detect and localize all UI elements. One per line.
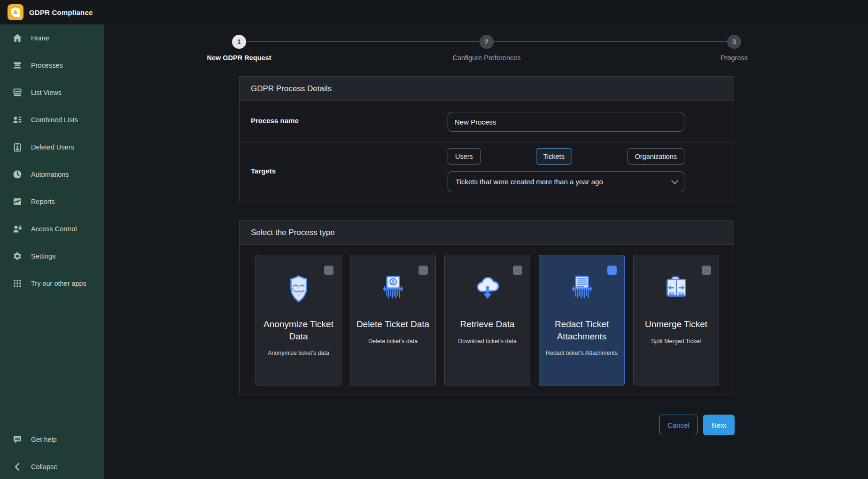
sidebar-item-reports[interactable]: Reports xyxy=(0,188,104,215)
panel-header: Select the Process type xyxy=(240,220,734,245)
anonymize-mask-icon xyxy=(282,272,316,306)
next-button[interactable]: Next xyxy=(703,415,735,435)
sidebar-item-deleted-users[interactable]: Deleted Users xyxy=(0,133,104,161)
shredder-avatar-icon xyxy=(376,272,410,306)
sidebar-item-label: Try our other apps xyxy=(31,280,86,287)
sidebar-item-label: Settings xyxy=(31,252,55,260)
sidebar: Home Processes List Views xyxy=(0,24,104,479)
wizard-stepper: 1 New GDPR Request 2 Configure Preferenc… xyxy=(239,35,734,72)
panel-title: GDPR Process Details xyxy=(251,84,332,94)
checkbox-unchecked[interactable] xyxy=(418,266,428,275)
sidebar-item-label: Processes xyxy=(31,62,63,69)
process-type-panel: Select the Process type Anonymize Ticket… xyxy=(239,220,734,394)
step-number: 2 xyxy=(480,35,494,49)
checkbox-unchecked[interactable] xyxy=(324,266,333,275)
top-bar: GDPR Compliance xyxy=(0,0,868,24)
apps-grid-icon xyxy=(12,278,23,289)
deleted-users-icon xyxy=(12,142,23,152)
unmerge-ticket-icon xyxy=(659,272,693,306)
sidebar-item-home[interactable]: Home xyxy=(0,24,104,52)
card-description: Redact ticket's Attachments xyxy=(540,349,623,357)
sidebar-item-label: Home xyxy=(31,34,49,42)
sidebar-item-automations[interactable]: Automations xyxy=(0,161,104,188)
sidebar-item-processes[interactable]: Processes xyxy=(0,52,104,79)
sidebar-footer: Get help Collapse xyxy=(0,426,104,479)
wizard-actions: Cancel Next xyxy=(659,415,735,435)
app-logo-shield-icon xyxy=(8,4,23,20)
sidebar-item-list-views[interactable]: List Views xyxy=(0,79,104,106)
access-control-icon xyxy=(12,224,23,234)
home-icon xyxy=(12,33,23,43)
card-description: Split Merged Ticket xyxy=(645,337,706,346)
processes-icon xyxy=(12,60,23,71)
card-unmerge-ticket[interactable]: Unmerge Ticket Split Merged Ticket xyxy=(633,255,719,385)
targets-label: Targets xyxy=(251,167,276,175)
checkbox-unchecked[interactable] xyxy=(513,266,522,275)
sidebar-item-label: Automations xyxy=(31,171,69,178)
sidebar-item-label: Reports xyxy=(31,198,55,205)
card-title: Unmerge Ticket xyxy=(640,318,712,330)
step-label: Progress xyxy=(682,54,786,62)
card-title: Retrieve Data xyxy=(455,318,519,330)
list-views-icon xyxy=(12,87,23,98)
card-redact-ticket-attachments[interactable]: Redact Ticket Attachments Redact ticket'… xyxy=(539,255,625,385)
cancel-button[interactable]: Cancel xyxy=(659,415,698,435)
target-users-button[interactable]: Users xyxy=(448,148,480,165)
checkbox-checked[interactable] xyxy=(607,266,617,275)
step-label: New GDPR Request xyxy=(187,54,291,62)
checkbox-unchecked[interactable] xyxy=(702,266,711,275)
chevron-left-icon xyxy=(12,462,23,472)
sidebar-item-label: Get help xyxy=(31,436,57,443)
clock-icon xyxy=(12,169,23,180)
card-title: Redact Ticket Attachments xyxy=(539,318,624,342)
card-description: Anonymize ticket's data xyxy=(262,349,335,357)
gear-icon xyxy=(12,251,23,261)
step-number: 1 xyxy=(232,35,246,49)
card-description: Download ticket's data xyxy=(452,337,522,346)
target-buttons: Users Tickets Organizations xyxy=(448,148,684,165)
card-anonymize-ticket-data[interactable]: Anonymize Ticket Data Anonymize ticket's… xyxy=(256,255,341,385)
target-filter-value: Tickets that were created more than a ye… xyxy=(456,178,671,186)
panel-header: GDPR Process Details xyxy=(240,77,734,101)
step-number: 3 xyxy=(727,35,741,49)
sidebar-item-label: Access Control xyxy=(31,225,77,233)
sidebar-item-label: List Views xyxy=(31,89,62,96)
card-retrieve-data[interactable]: Retrieve Data Download ticket's data xyxy=(444,255,530,385)
step-configure-preferences[interactable]: 2 Configure Preferences xyxy=(435,35,538,62)
shredder-document-icon xyxy=(565,272,599,306)
reports-icon xyxy=(12,196,23,207)
targets-row: Targets Users Tickets Organizations Tick… xyxy=(240,142,734,202)
sidebar-item-other-apps[interactable]: Try our other apps xyxy=(0,270,104,297)
combined-lists-icon xyxy=(12,115,23,125)
gdpr-process-details-panel: GDPR Process Details Process name Target… xyxy=(239,76,734,202)
target-tickets-button[interactable]: Tickets xyxy=(536,148,572,165)
chat-icon xyxy=(12,434,23,445)
sidebar-item-access-control[interactable]: Access Control xyxy=(0,215,104,243)
step-new-gdpr-request[interactable]: 1 New GDPR Request xyxy=(187,35,291,62)
cloud-download-icon xyxy=(471,272,504,306)
target-organizations-button[interactable]: Organizations xyxy=(628,148,684,165)
panel-title: Select the Process type xyxy=(251,228,335,237)
main-content: 1 New GDPR Request 2 Configure Preferenc… xyxy=(104,24,868,479)
process-type-cards: Anonymize Ticket Data Anonymize ticket's… xyxy=(256,255,719,385)
card-title: Anonymize Ticket Data xyxy=(256,318,341,342)
card-delete-ticket-data[interactable]: Delete Ticket Data Delete ticket's data xyxy=(350,255,436,385)
process-name-label: Process name xyxy=(251,117,299,125)
sidebar-item-label: Combined Lists xyxy=(31,116,78,124)
sidebar-item-label: Deleted Users xyxy=(31,143,74,151)
step-progress[interactable]: 3 Progress xyxy=(682,35,786,62)
card-title: Delete Ticket Data xyxy=(352,318,434,330)
card-description: Delete ticket's data xyxy=(363,337,423,346)
chevron-down-icon xyxy=(671,177,679,185)
process-name-row: Process name xyxy=(240,101,734,142)
sidebar-item-combined-lists[interactable]: Combined Lists xyxy=(0,106,104,133)
process-name-input[interactable] xyxy=(448,112,684,132)
sidebar-item-settings[interactable]: Settings xyxy=(0,243,104,270)
app-title: GDPR Compliance xyxy=(29,8,93,16)
target-filter-select[interactable]: Tickets that were created more than a ye… xyxy=(448,171,684,192)
sidebar-item-label: Collapse xyxy=(31,463,57,471)
step-label: Configure Preferences xyxy=(435,54,538,62)
sidebar-item-collapse[interactable]: Collapse xyxy=(0,453,104,479)
sidebar-item-get-help[interactable]: Get help xyxy=(0,426,104,453)
